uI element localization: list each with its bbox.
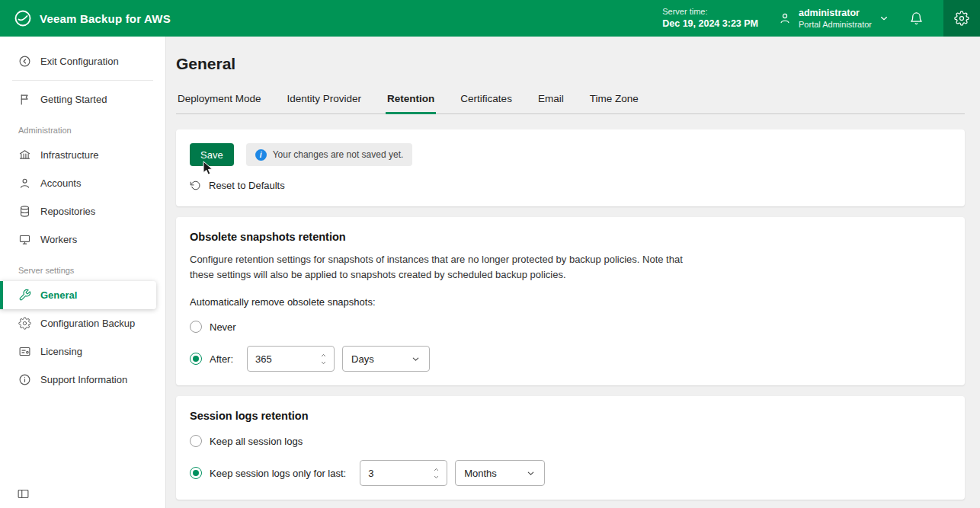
server-time-label: Server time: xyxy=(662,6,758,18)
keep-last-unit-select[interactable]: Months xyxy=(455,460,545,486)
toolbar-card: Save i Your changes are not saved yet. R… xyxy=(176,129,965,206)
veeam-logo-icon xyxy=(14,9,32,27)
wrench-icon xyxy=(18,289,31,302)
after-radio-label[interactable]: After: xyxy=(210,353,233,365)
repositories-icon xyxy=(18,205,31,218)
flag-icon xyxy=(18,93,31,106)
chevron-down-icon xyxy=(879,13,889,24)
obsolete-snapshots-retention-card: Obsolete snapshots retention Configure r… xyxy=(176,217,965,385)
tab-email[interactable]: Email xyxy=(536,93,565,113)
keep-last-radio[interactable] xyxy=(190,467,202,479)
configuration-backup-icon xyxy=(18,317,31,330)
workers-icon xyxy=(18,233,31,246)
settings-gear-button[interactable] xyxy=(943,0,980,37)
sidebar-item-accounts[interactable]: Accounts xyxy=(0,169,165,197)
user-text: administrator Portal Administrator xyxy=(799,7,872,30)
after-value-stepper xyxy=(247,346,335,372)
main-content: General Deployment Mode Identity Provide… xyxy=(166,37,980,508)
session-logs-title: Session logs retention xyxy=(190,410,951,422)
exit-icon xyxy=(18,55,31,68)
sidebar-section-administration: Administration xyxy=(0,113,165,141)
sidebar-item-exit-configuration[interactable]: Exit Configuration xyxy=(0,47,165,75)
user-role: Portal Administrator xyxy=(799,19,872,30)
info-icon xyxy=(18,373,31,386)
notifications-bell-icon[interactable] xyxy=(909,11,924,26)
keep-last-value-stepper xyxy=(360,460,447,486)
chevron-down-icon xyxy=(526,468,536,478)
after-unit-select[interactable]: Days xyxy=(342,346,430,372)
sidebar-item-support-information[interactable]: Support Information xyxy=(0,366,165,394)
server-time-value: Dec 19, 2024 3:23 PM xyxy=(662,18,758,30)
sidebar-item-label: Infrastructure xyxy=(40,149,99,161)
keep-last-radio-label[interactable]: Keep session logs only for last: xyxy=(210,468,346,479)
keep-last-value-input[interactable] xyxy=(360,468,417,479)
keep-all-radio[interactable] xyxy=(190,435,202,447)
app-title: Veeam Backup for AWS xyxy=(40,12,171,25)
keep-last-unit-value: Months xyxy=(464,468,497,479)
toolbar-row: Save i Your changes are not saved yet. xyxy=(190,143,951,166)
tab-identity-provider[interactable]: Identity Provider xyxy=(286,93,363,113)
tab-certificates[interactable]: Certificates xyxy=(459,93,514,113)
sidebar-item-repositories[interactable]: Repositories xyxy=(0,197,165,225)
radio-row-after: After: Days xyxy=(190,346,951,372)
save-button[interactable]: Save xyxy=(190,143,234,166)
chevron-down-icon xyxy=(411,354,421,364)
info-circle-icon: i xyxy=(255,149,267,161)
server-time: Server time: Dec 19, 2024 3:23 PM xyxy=(662,6,758,30)
radio-row-never: Never xyxy=(190,321,951,333)
keep-all-radio-label[interactable]: Keep all session logs xyxy=(210,436,303,447)
tab-retention[interactable]: Retention xyxy=(386,93,436,113)
obsolete-retention-description: Configure retention settings for snapsho… xyxy=(190,252,699,283)
app-root: Veeam Backup for AWS Server time: Dec 19… xyxy=(0,0,980,508)
unsaved-changes-text: Your changes are not saved yet. xyxy=(273,149,404,160)
obsolete-retention-prompt: Automatically remove obsolete snapshots: xyxy=(190,296,951,308)
sidebar-item-label: Configuration Backup xyxy=(40,318,135,329)
session-logs-retention-card: Session logs retention Keep all session … xyxy=(176,396,965,500)
brand: Veeam Backup for AWS xyxy=(14,9,171,27)
never-radio[interactable] xyxy=(190,321,202,333)
licensing-icon xyxy=(18,345,31,358)
tab-time-zone[interactable]: Time Zone xyxy=(588,93,640,113)
sidebar-item-configuration-backup[interactable]: Configuration Backup xyxy=(0,309,165,337)
sidebar-item-label: General xyxy=(40,289,77,301)
sidebar-item-label: Exit Configuration xyxy=(40,56,119,67)
accounts-icon xyxy=(18,177,31,190)
keep-last-value-spinner[interactable] xyxy=(433,467,447,480)
after-radio[interactable] xyxy=(190,353,202,365)
tab-deployment-mode[interactable]: Deployment Mode xyxy=(176,93,263,113)
reset-to-defaults-label: Reset to Defaults xyxy=(209,180,285,191)
sidebar-item-label: Accounts xyxy=(40,177,81,189)
reset-to-defaults-button[interactable]: Reset to Defaults xyxy=(190,180,285,191)
sidebar-item-label: Licensing xyxy=(40,346,82,357)
user-menu[interactable]: administrator Portal Administrator xyxy=(778,7,889,30)
sidebar-collapse-icon[interactable] xyxy=(17,487,30,500)
obsolete-retention-title: Obsolete snapshots retention xyxy=(190,231,951,243)
sidebar-item-getting-started[interactable]: Getting Started xyxy=(0,85,165,113)
user-icon xyxy=(778,11,792,25)
sidebar-divider xyxy=(12,80,153,81)
infrastructure-icon xyxy=(18,149,31,161)
unsaved-changes-notice: i Your changes are not saved yet. xyxy=(246,143,413,166)
reset-icon xyxy=(190,180,201,191)
after-value-input[interactable] xyxy=(248,353,304,365)
user-name: administrator xyxy=(799,7,872,19)
after-unit-value: Days xyxy=(351,353,374,365)
radio-row-keep-last: Keep session logs only for last: Months xyxy=(190,460,951,486)
topbar-right: Server time: Dec 19, 2024 3:23 PM admini… xyxy=(662,0,980,37)
sidebar-item-label: Workers xyxy=(40,234,77,245)
sidebar: Exit Configuration Getting Started Admin… xyxy=(0,37,166,508)
tab-bar: Deployment Mode Identity Provider Retent… xyxy=(176,93,965,114)
sidebar-item-workers[interactable]: Workers xyxy=(0,225,165,254)
top-header: Veeam Backup for AWS Server time: Dec 19… xyxy=(0,0,980,37)
after-value-spinner[interactable] xyxy=(320,353,334,366)
radio-row-keep-all: Keep all session logs xyxy=(190,435,951,447)
sidebar-item-label: Repositories xyxy=(40,206,95,217)
layout: Exit Configuration Getting Started Admin… xyxy=(0,37,980,508)
sidebar-item-licensing[interactable]: Licensing xyxy=(0,337,165,366)
page-title: General xyxy=(176,55,965,73)
sidebar-item-infrastructure[interactable]: Infrastructure xyxy=(0,141,165,169)
sidebar-section-server-settings: Server settings xyxy=(0,254,165,281)
sidebar-item-label: Getting Started xyxy=(40,94,107,105)
never-radio-label[interactable]: Never xyxy=(210,321,236,333)
sidebar-item-general[interactable]: General xyxy=(0,281,156,309)
